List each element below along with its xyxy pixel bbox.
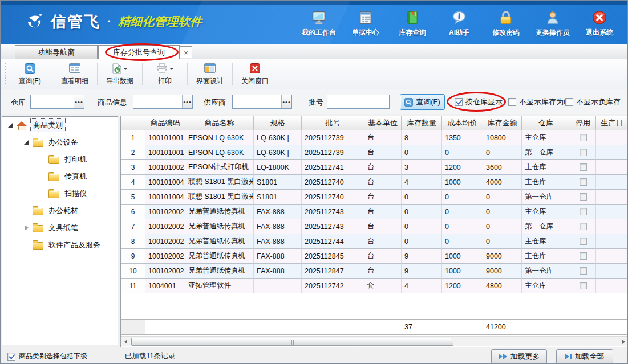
cell-spec[interactable]: FAX-888 xyxy=(254,249,302,264)
cell-batch[interactable]: 2025112847 xyxy=(302,264,364,279)
ui-design-button[interactable]: 界面设计 xyxy=(190,61,230,88)
column-header-rownum[interactable] xyxy=(121,116,145,130)
cell-amount[interactable]: 10800 xyxy=(483,130,522,145)
cell-cost[interactable]: 1000 xyxy=(442,249,483,264)
print-dropdown-arrow-icon[interactable] xyxy=(169,68,174,70)
cell-amount[interactable]: 4800 xyxy=(483,279,522,293)
tree-item[interactable]: 办公耗材 xyxy=(2,202,118,219)
batch-input[interactable] xyxy=(327,95,390,109)
cell-code[interactable]: 100101002 xyxy=(145,160,185,175)
cell-name[interactable]: 兄弟普通纸传真机 xyxy=(185,264,254,279)
cell-prod-date[interactable] xyxy=(596,130,628,145)
cell-qty[interactable]: 0 xyxy=(402,234,442,249)
load-more-button[interactable]: 加载更多 xyxy=(491,349,547,364)
cell-qty[interactable]: 0 xyxy=(402,205,442,219)
view-detail-button[interactable]: 查看明细 xyxy=(55,61,95,88)
table-row[interactable]: 8 100102002 兄弟普通纸传真机 FAX-888 2025112744 … xyxy=(121,234,628,249)
cell-prod-date[interactable] xyxy=(596,190,628,205)
menu-item-workbench[interactable]: 我的工作台 xyxy=(295,10,342,38)
cell-spec[interactable]: LQ-630K | xyxy=(254,145,302,160)
cell-spec[interactable]: FAX-888 xyxy=(254,205,302,219)
cell-rownum[interactable]: 1 xyxy=(121,130,145,145)
cell-unit[interactable]: 套 xyxy=(364,279,402,293)
column-header-prod-date[interactable]: 生产日 xyxy=(596,116,628,130)
cell-name[interactable]: 联想 S1801 黑白激光 xyxy=(185,175,254,190)
cell-prod-date[interactable] xyxy=(596,145,628,160)
cell-cost[interactable]: 0 xyxy=(442,219,483,234)
cell-qty[interactable]: 0 xyxy=(402,219,442,234)
cell-amount[interactable]: 0 xyxy=(483,234,522,249)
checkbox-include-subcategories[interactable]: 商品类别选择包括下级 xyxy=(7,351,87,361)
column-header-disabled[interactable]: 停用 xyxy=(570,116,596,130)
cell-cost[interactable]: 1000 xyxy=(442,264,483,279)
cell-warehouse[interactable]: 主仓库 xyxy=(522,160,570,175)
cell-rownum[interactable]: 3 xyxy=(121,160,145,175)
cell-cost[interactable]: 0 xyxy=(442,145,483,160)
tree-item[interactable]: 商品类别 xyxy=(2,117,118,134)
disabled-checkbox-icon[interactable] xyxy=(580,252,587,260)
table-row[interactable]: 11 1004001 亚拓管理软件 2025112742 套 4 1200 48… xyxy=(121,279,628,293)
checkbox-icon[interactable] xyxy=(565,98,573,106)
cell-prod-date[interactable] xyxy=(596,205,628,219)
menu-item-document-center[interactable]: 单据中心 xyxy=(342,10,389,38)
cell-prod-date[interactable] xyxy=(596,264,628,279)
tree-item-label[interactable]: 打印机 xyxy=(62,153,89,166)
cell-qty[interactable]: 9 xyxy=(402,249,442,264)
tree-item-label[interactable]: 办公耗材 xyxy=(46,205,80,217)
warehouse-picker-icon[interactable]: ••• xyxy=(74,95,84,108)
cell-unit[interactable]: 台 xyxy=(364,249,402,264)
tree-item-label[interactable]: 传真机 xyxy=(62,170,89,183)
cell-unit[interactable]: 台 xyxy=(364,234,402,249)
tree-item[interactable]: 办公设备 xyxy=(2,134,118,151)
cell-amount[interactable]: 9000 xyxy=(483,249,522,264)
cell-unit[interactable]: 台 xyxy=(364,160,402,175)
tree-expander-icon[interactable] xyxy=(7,122,14,129)
cell-name[interactable]: EPSON LQ-630K xyxy=(185,130,254,145)
tree-expander-icon[interactable] xyxy=(23,224,30,231)
disabled-checkbox-icon[interactable] xyxy=(580,134,587,141)
cell-rownum[interactable]: 10 xyxy=(121,264,145,279)
column-header-name[interactable]: 商品名称 xyxy=(185,116,254,130)
cell-prod-date[interactable] xyxy=(596,160,628,175)
scroll-left-arrow-icon[interactable] xyxy=(121,337,131,346)
cell-rownum[interactable]: 9 xyxy=(121,249,145,264)
cell-unit[interactable]: 台 xyxy=(364,205,402,219)
cell-rownum[interactable]: 11 xyxy=(121,279,145,293)
menu-item-inventory-query[interactable]: 库存查询 xyxy=(389,10,436,38)
tree-item[interactable]: 传真机 xyxy=(2,168,118,185)
column-header-amount[interactable]: 库存金额 xyxy=(483,116,522,130)
cell-spec[interactable] xyxy=(254,279,302,293)
tree-item-label[interactable]: 办公设备 xyxy=(46,136,80,149)
table-row[interactable]: 1 100101001 EPSON LQ-630K LQ-630K | 2025… xyxy=(121,130,628,145)
disabled-checkbox-icon[interactable] xyxy=(580,267,587,275)
cell-spec[interactable]: LQ-630K | xyxy=(254,130,302,145)
cell-prod-date[interactable] xyxy=(596,249,628,264)
cell-batch[interactable]: 2025112743 xyxy=(302,205,364,219)
menu-item-switch-operator[interactable]: 更换操作员 xyxy=(529,10,576,38)
table-row[interactable]: 9 100102002 兄弟普通纸传真机 FAX-888 2025112845 … xyxy=(121,249,628,264)
cell-prod-date[interactable] xyxy=(596,279,628,293)
cell-batch[interactable]: 2025112739 xyxy=(302,130,364,145)
cell-spec[interactable]: FAX-888 xyxy=(254,264,302,279)
cell-warehouse[interactable]: 主仓库 xyxy=(522,175,570,190)
cell-cost[interactable]: 0 xyxy=(442,190,483,205)
menu-item-ai-assistant[interactable]: AI助手 xyxy=(436,10,483,38)
export-data-button[interactable]: 导出数据 xyxy=(100,61,140,88)
cell-warehouse[interactable]: 第一仓库 xyxy=(522,145,570,160)
cell-qty[interactable]: 9 xyxy=(402,264,442,279)
cell-warehouse[interactable]: 第一仓库 xyxy=(522,264,570,279)
cell-code[interactable]: 100102002 xyxy=(145,219,185,234)
tree-item-label[interactable]: 文具纸笔 xyxy=(46,222,80,234)
cell-code[interactable]: 100102002 xyxy=(145,205,185,219)
column-header-warehouse[interactable]: 仓库 xyxy=(522,116,570,130)
disabled-checkbox-icon[interactable] xyxy=(580,223,587,230)
horizontal-scrollbar[interactable] xyxy=(121,336,628,346)
table-row[interactable]: 3 100101002 EPSON针式打印机 LQ-1800K 20251127… xyxy=(121,160,628,175)
cell-code[interactable]: 100102002 xyxy=(145,249,185,264)
checkbox-icon[interactable] xyxy=(7,353,15,361)
table-row[interactable]: 5 100101004 联想 S1801 黑白激光 S1801 20251127… xyxy=(121,190,628,205)
product-info-input[interactable]: ••• xyxy=(133,95,193,109)
cell-rownum[interactable]: 5 xyxy=(121,190,145,205)
cell-amount[interactable]: 0 xyxy=(483,205,522,219)
cell-qty[interactable]: 0 xyxy=(402,190,442,205)
